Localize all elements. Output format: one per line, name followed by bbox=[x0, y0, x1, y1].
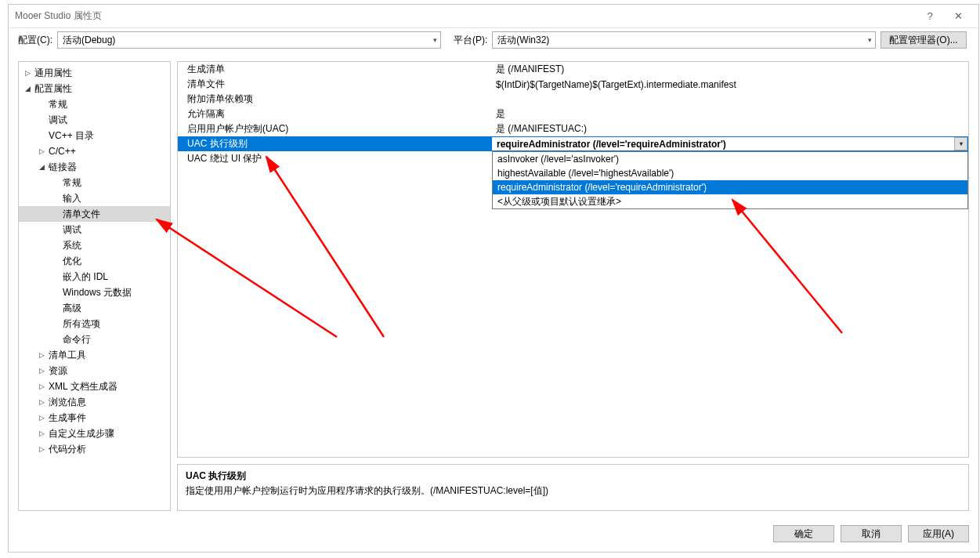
tree-item[interactable]: ▷系统 bbox=[19, 237, 170, 253]
tree-item[interactable]: ◢配置属性 bbox=[19, 81, 170, 96]
tree-item[interactable]: ▷代码分析 bbox=[19, 441, 170, 457]
tree-item[interactable]: ▷命令行 bbox=[19, 332, 170, 347]
tree-item[interactable]: ◢链接器 bbox=[19, 159, 170, 175]
expand-icon: ▷ bbox=[39, 351, 49, 359]
tree-item[interactable]: ▷优化 bbox=[19, 253, 170, 269]
tree-item[interactable]: ▷通用属性 bbox=[19, 65, 170, 81]
config-value: 活动(Debug) bbox=[63, 34, 115, 47]
expand-icon: ◢ bbox=[25, 85, 34, 92]
expand-icon: ▷ bbox=[39, 382, 49, 390]
tree-item[interactable]: ▷所有选项 bbox=[19, 316, 170, 332]
chevron-down-icon: ▾ bbox=[433, 36, 437, 44]
tree-item[interactable]: ▷浏览信息 bbox=[19, 394, 170, 410]
tree-item-label: Windows 元数据 bbox=[63, 286, 132, 299]
cancel-button[interactable]: 取消 bbox=[841, 525, 902, 542]
property-value[interactable]: 是 bbox=[491, 107, 968, 121]
tree-item-label: 优化 bbox=[63, 255, 81, 268]
property-value[interactable]: 是 (/MANIFESTUAC:) bbox=[491, 122, 968, 136]
tree-item[interactable]: ▷Windows 元数据 bbox=[19, 284, 170, 300]
property-grid: 生成清单是 (/MANIFEST)清单文件$(IntDir)$(TargetNa… bbox=[177, 61, 969, 458]
expand-icon: ◢ bbox=[39, 163, 49, 171]
tree-item-label: 清单文件 bbox=[63, 208, 100, 221]
tree-item[interactable]: ▷自定义生成步骤 bbox=[19, 426, 170, 441]
description-panel: UAC 执行级别 指定使用用户帐户控制运行时为应用程序请求的执行级别。(/MAN… bbox=[177, 464, 969, 511]
expand-icon: ▷ bbox=[39, 414, 49, 422]
tree-item-label: 常规 bbox=[63, 176, 81, 190]
tree-item[interactable]: ▷高级 bbox=[19, 300, 170, 316]
tree-item-label: 命令行 bbox=[63, 333, 91, 346]
tree-item[interactable]: ▷嵌入的 IDL bbox=[19, 269, 170, 284]
property-value[interactable]: $(IntDir)$(TargetName)$(TargetExt).inter… bbox=[491, 79, 968, 90]
tree-item[interactable]: ▷调试 bbox=[19, 112, 170, 128]
help-button[interactable]: ? bbox=[916, 5, 944, 27]
chevron-down-icon: ▾ bbox=[868, 36, 872, 44]
dropdown-button[interactable]: ▾ bbox=[954, 137, 967, 150]
description-body: 指定使用用户帐户控制运行时为应用程序请求的执行级别。(/MANIFESTUAC:… bbox=[186, 484, 960, 498]
platform-select[interactable]: 活动(Win32) ▾ bbox=[492, 31, 876, 49]
property-label: 生成清单 bbox=[178, 63, 491, 76]
tree-item-label: C/C++ bbox=[49, 146, 76, 157]
ok-button[interactable]: 确定 bbox=[773, 525, 834, 542]
config-select[interactable]: 活动(Debug) ▾ bbox=[57, 31, 441, 49]
config-manager-button[interactable]: 配置管理器(O)... bbox=[881, 31, 966, 49]
property-value[interactable]: requireAdministrator (/level='requireAdm… bbox=[491, 136, 968, 151]
property-value[interactable]: 是 (/MANIFEST) bbox=[491, 63, 968, 76]
expand-icon: ▷ bbox=[25, 69, 34, 77]
tree-item-label: 资源 bbox=[49, 364, 67, 378]
property-label: UAC 执行级别 bbox=[178, 137, 491, 150]
expand-icon: ▷ bbox=[39, 445, 49, 453]
configuration-row: 配置(C): 活动(Debug) ▾ 平台(P): 活动(Win32) ▾ 配置… bbox=[9, 28, 978, 52]
category-tree[interactable]: ▷通用属性◢配置属性▷常规▷调试▷VC++ 目录▷C/C++◢链接器▷常规▷输入… bbox=[18, 61, 171, 511]
uac-level-dropdown[interactable]: asInvoker (/level='asInvoker')highestAva… bbox=[492, 151, 968, 209]
property-label: 允许隔离 bbox=[178, 107, 491, 121]
apply-button[interactable]: 应用(A) bbox=[908, 525, 969, 542]
tree-item[interactable]: ▷常规 bbox=[19, 96, 170, 112]
tree-item[interactable]: ▷C/C++ bbox=[19, 143, 170, 159]
close-button[interactable]: ✕ bbox=[944, 5, 972, 27]
tree-item[interactable]: ▷输入 bbox=[19, 190, 170, 206]
tree-item-label: 清单工具 bbox=[49, 349, 86, 362]
dropdown-option[interactable]: requireAdministrator (/level='requireAdm… bbox=[493, 180, 967, 194]
tree-item-label: 输入 bbox=[63, 192, 81, 205]
description-title: UAC 执行级别 bbox=[186, 469, 960, 483]
tree-item[interactable]: ▷VC++ 目录 bbox=[19, 128, 170, 143]
property-row[interactable]: UAC 执行级别requireAdministrator (/level='re… bbox=[178, 136, 968, 151]
tree-item-label: 生成事件 bbox=[49, 411, 86, 425]
property-label: 清单文件 bbox=[178, 78, 491, 91]
content-area: 生成清单是 (/MANIFEST)清单文件$(IntDir)$(TargetNa… bbox=[177, 61, 969, 511]
tree-item[interactable]: ▷生成事件 bbox=[19, 410, 170, 426]
expand-icon: ▷ bbox=[39, 429, 49, 437]
window-title: Mooer Studio 属性页 bbox=[15, 9, 916, 23]
tree-item-label: 所有选项 bbox=[63, 317, 100, 331]
dropdown-option[interactable]: asInvoker (/level='asInvoker') bbox=[493, 152, 967, 166]
titlebar: Mooer Studio 属性页 ? ✕ bbox=[9, 5, 978, 28]
tree-item-label: 链接器 bbox=[49, 161, 77, 174]
expand-icon: ▷ bbox=[39, 147, 49, 155]
tree-item-label: 系统 bbox=[63, 239, 81, 252]
property-row[interactable]: 生成清单是 (/MANIFEST) bbox=[178, 62, 968, 77]
tree-item[interactable]: ▷常规 bbox=[19, 175, 170, 190]
expand-icon: ▷ bbox=[39, 398, 49, 406]
tree-item-label: 嵌入的 IDL bbox=[63, 270, 108, 284]
tree-item-label: XML 文档生成器 bbox=[49, 380, 118, 393]
property-label: 附加清单依赖项 bbox=[178, 92, 491, 106]
property-page-window: Mooer Studio 属性页 ? ✕ 配置(C): 活动(Debug) ▾ … bbox=[8, 4, 979, 553]
property-row[interactable]: 清单文件$(IntDir)$(TargetName)$(TargetExt).i… bbox=[178, 77, 968, 92]
tree-item[interactable]: ▷XML 文档生成器 bbox=[19, 379, 170, 394]
property-row[interactable]: 允许隔离是 bbox=[178, 107, 968, 121]
tree-item-label: 高级 bbox=[63, 302, 81, 315]
platform-value: 活动(Win32) bbox=[497, 34, 549, 47]
tree-item[interactable]: ▷清单工具 bbox=[19, 347, 170, 363]
property-row[interactable]: 启用用户帐户控制(UAC)是 (/MANIFESTUAC:) bbox=[178, 121, 968, 136]
tree-item[interactable]: ▷资源 bbox=[19, 363, 170, 379]
tree-item[interactable]: ▷清单文件 bbox=[19, 206, 170, 222]
dropdown-option[interactable]: highestAvailable (/level='highestAvailab… bbox=[493, 166, 967, 180]
tree-item[interactable]: ▷调试 bbox=[19, 222, 170, 237]
dropdown-option[interactable]: <从父级或项目默认设置继承> bbox=[493, 194, 967, 208]
tree-item-label: 浏览信息 bbox=[49, 396, 86, 409]
property-label: 启用用户帐户控制(UAC) bbox=[178, 122, 491, 136]
tree-item-label: 代码分析 bbox=[49, 443, 86, 456]
tree-item-label: 通用属性 bbox=[34, 67, 72, 80]
property-row[interactable]: 附加清单依赖项 bbox=[178, 92, 968, 107]
tree-item-label: 常规 bbox=[49, 98, 67, 111]
